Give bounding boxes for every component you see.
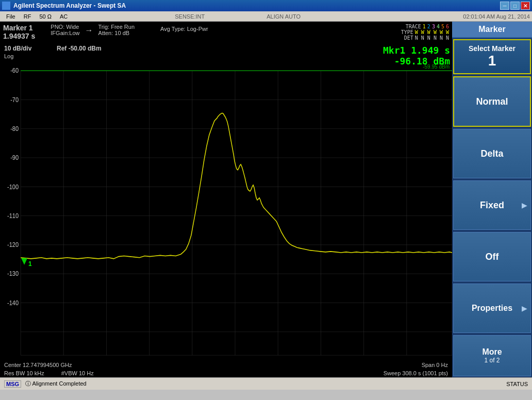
log-label: Log [4, 53, 13, 59]
ref-label: Ref -50.00 dBm [57, 45, 102, 52]
chart-bottom-info: Center 12.747994500 GHz Span 0 Hz [0, 361, 452, 369]
svg-text:-70: -70 [10, 96, 19, 103]
maximize-button[interactable]: □ [510, 2, 520, 10]
delta-label: Delta [480, 148, 503, 159]
svg-text:-140: -140 [7, 299, 19, 306]
normal-label: Normal [476, 96, 508, 107]
status-bar: MSG ⓘ Alignment Completed STATUS [0, 377, 532, 390]
svg-text:-60: -60 [10, 68, 19, 74]
properties-arrow-icon: ▶ [522, 304, 527, 312]
menu-ac[interactable]: AC [56, 12, 72, 21]
properties-label: Properties [472, 304, 512, 313]
window-title: Agilent Spectrum Analyzer - Swept SA [13, 2, 126, 9]
menu-file[interactable]: File [2, 12, 20, 21]
menu-bar: File RF 50 Ω AC SENSE:INT ALIGN AUTO 02:… [0, 11, 532, 22]
status-label: STATUS [506, 381, 528, 387]
right-panel: Marker Select Marker 1 Normal Delta Fixe… [452, 22, 532, 377]
delta-button[interactable]: Delta [453, 129, 531, 178]
panel-title: Marker [452, 22, 532, 38]
marker1-readout: Marker 1 1.94937 s [3, 24, 35, 40]
chart-bottom-row2: Res BW 10 kHz #VBW 10 Hz Sweep 308.0 s (… [0, 369, 452, 377]
svg-text:1: 1 [28, 260, 32, 268]
fixed-label: Fixed [480, 200, 504, 211]
scale-label: 10 dB/div [4, 45, 31, 52]
pno-ifgain: PNO: Wide IFGain:Low [51, 24, 79, 36]
vbw: #VBW 10 Hz [61, 370, 94, 376]
more-button[interactable]: More 1 of 2 [453, 335, 531, 376]
minimize-button[interactable]: ─ [500, 2, 509, 10]
center-freq: Center 12.747994500 GHz [4, 362, 72, 368]
span-info: Span 0 Hz [422, 362, 448, 368]
select-marker-label: Select Marker [456, 44, 528, 53]
mkr-overlay: Mkr1 1.949 s -96.18 dBm [383, 45, 450, 66]
svg-text:-120: -120 [7, 242, 19, 248]
trig-atten: Trig: Free Run Atten: 10 dB [98, 24, 135, 36]
close-button[interactable]: ✕ [521, 2, 530, 10]
datetime-label: 02:01:04 AM Aug 21, 2014 [463, 13, 530, 20]
res-bw: Res BW 10 kHz [4, 370, 44, 376]
svg-text:-80: -80 [10, 126, 19, 132]
msg-label: MSG [4, 380, 21, 388]
menu-rf[interactable]: RF [20, 12, 36, 21]
title-bar: Agilent Spectrum Analyzer - Swept SA ─ □… [0, 0, 532, 11]
svg-rect-0 [0, 43, 452, 361]
properties-button[interactable]: Properties ▶ [453, 284, 531, 333]
off-button[interactable]: Off [453, 232, 531, 281]
svg-text:-90: -90 [10, 155, 19, 161]
sweep-info: Sweep 308.0 s (1001 pts) [384, 370, 448, 376]
more-label: More [482, 347, 502, 357]
fixed-button[interactable]: Fixed ▶ [453, 180, 531, 230]
marker1-value: 1.94937 s [3, 32, 35, 40]
spectrum-chart: -60 -70 -80 -90 -100 -110 -120 -130 -140… [0, 43, 452, 361]
normal-button[interactable]: Normal [453, 76, 531, 127]
svg-text:-100: -100 [7, 184, 19, 190]
sense-label: SENSE:INT [175, 13, 205, 20]
more-page: 1 of 2 [484, 357, 500, 364]
fixed-arrow-icon: ▶ [522, 201, 527, 209]
align-label: ALIGN AUTO [267, 13, 301, 20]
status-message: ⓘ Alignment Completed [25, 380, 87, 388]
svg-text:-110: -110 [7, 213, 19, 219]
svg-text:-130: -130 [7, 271, 19, 277]
arrow-icon: → [85, 24, 93, 35]
app-icon [2, 2, 10, 10]
menu-impedance[interactable]: 50 Ω [35, 12, 56, 21]
select-marker-button[interactable]: Select Marker 1 [453, 39, 531, 74]
marker1-label: Marker 1 [3, 24, 35, 32]
avg-type: Avg Type: Log-Pwr [160, 24, 208, 32]
select-marker-num: 1 [456, 53, 528, 69]
trace-info: TRACE 1 2 3 4 5 6 TYPE W W W W W W DET N… [401, 24, 449, 41]
off-label: Off [486, 252, 499, 262]
